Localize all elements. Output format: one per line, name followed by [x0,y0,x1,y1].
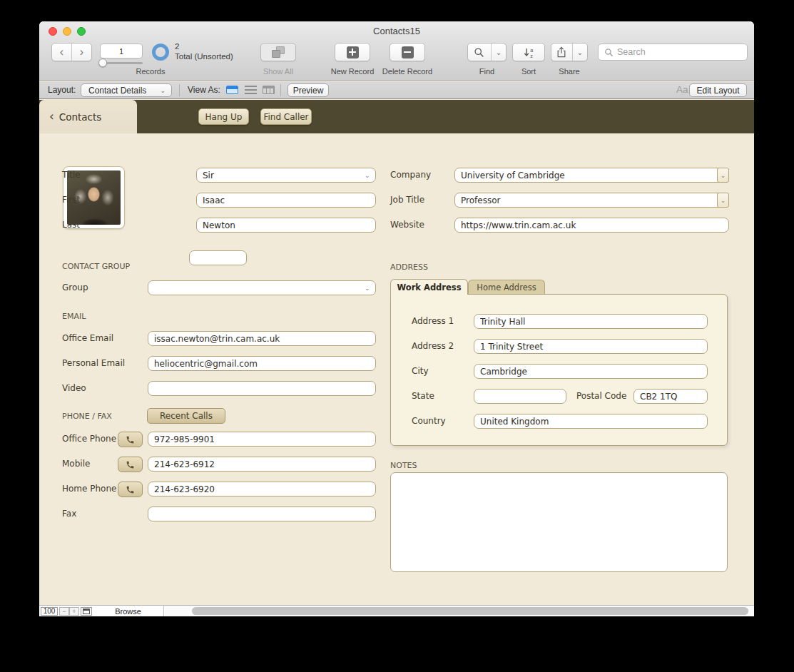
table-view-button[interactable] [263,86,275,94]
layout-label: Layout: [48,85,76,95]
delete-record-label: Delete Record [379,67,436,76]
fax-label: Fax [62,509,76,519]
record-number-field[interactable]: 1 [100,44,143,58]
title-select[interactable] [196,168,376,183]
video-input[interactable] [148,381,376,396]
home-phone-call-button[interactable] [118,482,143,497]
svg-text:z: z [530,52,533,58]
found-count: 2 [175,42,179,51]
share-label: Share [551,67,588,76]
group-label: Group [62,282,88,292]
show-all-button[interactable] [260,43,296,61]
search-icon [604,48,614,57]
first-name-input[interactable] [196,193,376,208]
state-input[interactable] [474,389,566,404]
sort-label: Sort [512,67,545,76]
text-format-button[interactable]: Aa [676,84,688,95]
group-select[interactable] [148,280,376,295]
contacts-back-button[interactable]: ‹ Contacts [39,100,137,133]
home-phone-label: Home Phone [62,484,116,494]
office-phone-label: Office Phone [62,434,116,444]
records-caption: Records [115,67,186,76]
chevron-down-icon: ⌄ [577,49,583,56]
layout-selector[interactable]: Contact Details ⌄ [81,83,172,97]
layout-bar: Layout: Contact Details ⌄ View As: Previ… [39,81,754,99]
minus-icon: − [62,608,66,615]
address2-input[interactable] [474,339,708,354]
home-phone-input[interactable] [148,482,376,497]
city-label: City [412,366,429,376]
address1-label: Address 1 [412,316,454,326]
share-button[interactable]: ⌄ [551,43,588,61]
back-icon: ‹ [49,109,54,123]
find-button[interactable]: ⌄ [467,43,507,61]
job-title-label: Job Title [390,195,424,205]
scrollbar-thumb[interactable] [192,607,748,615]
window-title: Contacts15 [39,26,754,36]
zoom-level-field[interactable]: 100 [41,607,58,616]
edit-layout-button[interactable]: Edit Layout [689,83,747,97]
recent-calls-button[interactable]: Recent Calls [147,408,225,424]
find-caller-button[interactable]: Find Caller [260,108,312,125]
city-input[interactable] [474,364,708,379]
sort-button[interactable]: a z [512,43,545,61]
address1-input[interactable] [474,314,708,329]
sort-icon: a z [523,46,535,58]
status-bar: 100 − + Browse [39,605,754,616]
minus-icon [402,46,414,58]
state-label: State [412,391,434,401]
back-icon: ‹ [60,46,63,58]
plus-icon: + [72,608,76,615]
notes-input[interactable] [390,472,728,572]
personal-email-input[interactable] [148,356,376,371]
company-dropdown-button[interactable]: ⌄ [717,168,729,183]
job-title-dropdown-button[interactable]: ⌄ [717,193,729,208]
chevron-down-icon[interactable]: ⌄ [365,172,370,179]
office-email-label: Office Email [62,333,113,343]
horizontal-scrollbar[interactable] [165,606,754,616]
list-view-button[interactable] [245,86,257,94]
postal-code-input[interactable] [633,389,708,404]
video-label: Video [62,383,86,393]
fax-input[interactable] [148,506,376,521]
office-phone-input[interactable] [148,432,376,447]
job-title-select[interactable] [454,193,729,208]
zoom-in-button[interactable]: + [69,607,79,616]
zoom-out-button[interactable]: − [59,607,69,616]
mobile-label: Mobile [62,459,90,469]
found-set-ring-icon[interactable] [152,44,169,61]
title-label: Title [62,170,81,180]
personal-email-label: Personal Email [62,358,125,368]
office-email-input[interactable] [148,331,376,346]
mobile-input[interactable] [148,457,376,472]
website-input[interactable] [454,218,729,233]
share-icon [551,46,572,58]
record-nav-group: ‹ › [51,43,92,61]
phone-icon [126,435,135,444]
last-name-input[interactable] [196,218,376,233]
new-record-button[interactable] [335,43,370,61]
quick-group-field[interactable] [189,250,247,265]
hang-up-button[interactable]: Hang Up [198,108,249,125]
company-select[interactable] [454,168,729,183]
previous-record-button[interactable]: ‹ [52,44,71,61]
mobile-call-button[interactable] [118,457,143,472]
country-input[interactable] [474,414,708,429]
next-record-button[interactable]: › [72,44,91,61]
phone-section-label: PHONE / FAX [62,412,112,421]
record-slider-knob[interactable] [98,58,107,67]
tab-work-address[interactable]: Work Address [390,279,468,295]
titlebar: Contacts15 [39,21,754,41]
form-view-button[interactable] [226,86,238,94]
preview-button[interactable]: Preview [287,83,329,97]
share-dropdown-button[interactable]: ⌄ [573,44,587,61]
find-dropdown-button[interactable]: ⌄ [492,44,506,61]
mode-selector[interactable]: Browse [93,606,164,616]
tab-home-address[interactable]: Home Address [468,280,545,295]
address-section-label: ADDRESS [390,263,428,272]
delete-record-button[interactable] [390,43,425,61]
search-input[interactable] [617,47,724,57]
statusbar-toggle-button[interactable] [81,607,92,616]
chevron-down-icon[interactable]: ⌄ [365,285,370,292]
office-phone-call-button[interactable] [118,432,143,447]
